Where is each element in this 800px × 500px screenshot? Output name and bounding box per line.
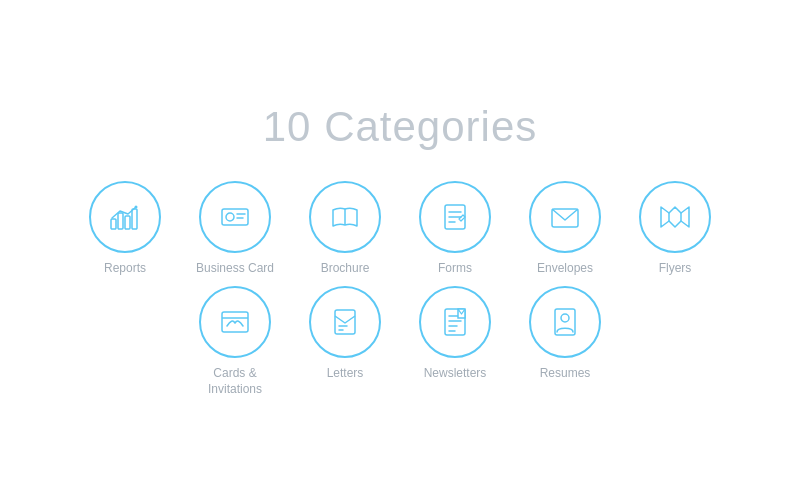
flyers-icon: [657, 199, 693, 235]
resumes-label: Resumes: [540, 366, 591, 382]
letters-icon: [327, 304, 363, 340]
category-business-card[interactable]: Business Card: [185, 181, 285, 277]
svg-rect-2: [125, 216, 130, 229]
cards-invitations-icon: [217, 304, 253, 340]
category-resumes[interactable]: Resumes: [515, 286, 615, 382]
brochure-icon-circle: [309, 181, 381, 253]
reports-icon: [107, 199, 143, 235]
category-row-1: Reports Business Card Broc: [75, 181, 725, 277]
forms-icon-circle: [419, 181, 491, 253]
category-flyers[interactable]: Flyers: [625, 181, 725, 277]
resumes-icon: [547, 304, 583, 340]
business-card-label: Business Card: [196, 261, 274, 277]
svg-rect-0: [111, 219, 116, 229]
business-card-icon: [217, 199, 253, 235]
svg-rect-1: [118, 213, 123, 229]
category-newsletters[interactable]: Newsletters: [405, 286, 505, 382]
cards-invitations-icon-circle: [199, 286, 271, 358]
svg-point-6: [226, 213, 234, 221]
flyers-label: Flyers: [659, 261, 692, 277]
svg-point-4: [135, 205, 138, 208]
flyers-icon-circle: [639, 181, 711, 253]
category-row-2: Cards & Invitations Letters: [185, 286, 615, 397]
svg-rect-3: [132, 209, 137, 229]
newsletters-label: Newsletters: [424, 366, 487, 382]
brochure-label: Brochure: [321, 261, 370, 277]
resumes-icon-circle: [529, 286, 601, 358]
category-reports[interactable]: Reports: [75, 181, 175, 277]
envelopes-icon-circle: [529, 181, 601, 253]
categories-container: Reports Business Card Broc: [75, 181, 725, 398]
cards-invitations-label: Cards & Invitations: [185, 366, 285, 397]
envelopes-label: Envelopes: [537, 261, 593, 277]
newsletters-icon: [437, 304, 473, 340]
category-brochure[interactable]: Brochure: [295, 181, 395, 277]
envelopes-icon: [547, 199, 583, 235]
business-card-icon-circle: [199, 181, 271, 253]
newsletters-icon-circle: [419, 286, 491, 358]
forms-label: Forms: [438, 261, 472, 277]
category-cards-invitations[interactable]: Cards & Invitations: [185, 286, 285, 397]
reports-icon-circle: [89, 181, 161, 253]
category-forms[interactable]: Forms: [405, 181, 505, 277]
letters-label: Letters: [327, 366, 364, 382]
category-letters[interactable]: Letters: [295, 286, 395, 382]
reports-label: Reports: [104, 261, 146, 277]
brochure-icon: [327, 199, 363, 235]
letters-icon-circle: [309, 286, 381, 358]
svg-rect-19: [335, 310, 355, 334]
svg-point-28: [561, 314, 569, 322]
forms-icon: [437, 199, 473, 235]
category-envelopes[interactable]: Envelopes: [515, 181, 615, 277]
page-title: 10 Categories: [263, 103, 538, 151]
